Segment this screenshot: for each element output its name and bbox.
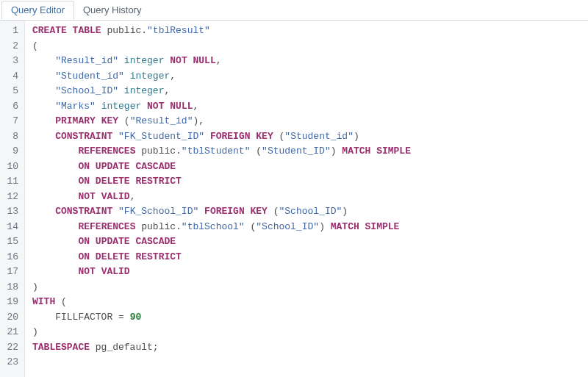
code-token: ,	[130, 191, 136, 202]
code-line[interactable]: )	[32, 280, 411, 295]
line-number: 1	[0, 24, 18, 39]
code-token: NULL	[170, 101, 193, 112]
code-token: RESTRICT	[135, 251, 181, 262]
line-number: 22	[0, 340, 18, 356]
editor-tabs: Query Editor Query History	[0, 0, 588, 21]
code-line[interactable]: "Result_id" integer NOT NULL,	[32, 54, 411, 69]
code-token: (	[245, 221, 257, 232]
code-token: NOT VALID	[78, 266, 129, 277]
code-line[interactable]: NOT VALID	[32, 265, 411, 280]
code-area[interactable]: CREATE TABLE public."tblResult"( "Result…	[25, 21, 411, 377]
code-token	[118, 55, 124, 66]
code-token: ON DELETE	[78, 251, 129, 262]
code-token: FILLFACTOR =	[32, 312, 130, 323]
code-token	[124, 71, 130, 82]
code-token	[32, 191, 78, 202]
code-line[interactable]: WITH (	[32, 295, 411, 310]
code-token: public.	[135, 221, 181, 232]
code-token: )	[32, 326, 38, 337]
line-number: 17	[0, 265, 18, 280]
code-line[interactable]: REFERENCES public."tblStudent" ("Student…	[32, 144, 411, 159]
code-token: )	[32, 281, 38, 292]
code-token: )	[331, 146, 343, 157]
code-token	[32, 266, 78, 277]
tab-query-history[interactable]: Query History	[74, 1, 150, 19]
line-number: 5	[0, 84, 18, 99]
code-token: CASCADE	[135, 236, 176, 247]
code-token: "School_ID"	[55, 85, 118, 96]
code-line[interactable]: ON DELETE RESTRICT	[32, 174, 411, 190]
code-line[interactable]: FILLFACTOR = 90	[32, 310, 411, 326]
code-line[interactable]: )	[32, 325, 411, 340]
code-line[interactable]: ON UPDATE CASCADE	[32, 234, 411, 250]
code-token: NOT	[170, 55, 187, 66]
code-token	[32, 221, 78, 232]
code-token: CONSTRAINT	[55, 131, 112, 142]
code-token	[32, 206, 55, 217]
code-token: ON UPDATE	[78, 161, 129, 172]
line-number: 12	[0, 190, 18, 205]
code-token: "School_ID"	[256, 221, 319, 232]
code-line[interactable]: PRIMARY KEY ("Result_id"),	[32, 114, 411, 129]
code-token	[32, 55, 55, 66]
code-line[interactable]: ON DELETE RESTRICT	[32, 250, 411, 265]
code-line[interactable]: ON UPDATE CASCADE	[32, 159, 411, 175]
code-token: "Student_ID"	[262, 146, 331, 157]
code-token: public.	[101, 25, 147, 36]
code-token: (	[273, 131, 285, 142]
line-number: 15	[0, 234, 18, 250]
code-token	[32, 176, 78, 187]
code-token	[32, 251, 78, 262]
code-line[interactable]: NOT VALID,	[32, 190, 411, 205]
code-token: TABLESPACE	[32, 342, 90, 353]
code-token: integer	[101, 101, 142, 112]
code-token: "Student_id"	[284, 131, 354, 142]
line-number: 10	[0, 159, 18, 175]
code-token: integer	[130, 71, 171, 82]
code-token: MATCH SIMPLE	[331, 221, 400, 232]
code-token: FOREIGN KEY	[204, 206, 268, 217]
code-token: ,	[164, 85, 170, 96]
code-line[interactable]: TABLESPACE pg_default;	[32, 340, 411, 356]
code-token: "tblSchool"	[182, 221, 245, 232]
code-token: "Result_id"	[55, 55, 118, 66]
code-token: ON UPDATE	[78, 236, 129, 247]
code-token	[32, 236, 78, 247]
code-token: (	[250, 146, 262, 157]
code-token: "Marks"	[55, 101, 96, 112]
code-token	[118, 85, 124, 96]
code-token: "tblStudent"	[182, 146, 251, 157]
code-token: ,	[193, 101, 199, 112]
code-line[interactable]: "School_ID" integer,	[32, 84, 411, 99]
code-token: REFERENCES	[78, 146, 135, 157]
code-token	[204, 131, 210, 142]
code-line[interactable]: CONSTRAINT "FK_Student_ID" FOREIGN KEY (…	[32, 129, 411, 145]
code-token	[112, 131, 118, 142]
tab-query-editor[interactable]: Query Editor	[1, 1, 74, 20]
line-number: 7	[0, 114, 18, 129]
code-token: (	[118, 115, 130, 126]
code-line[interactable]: "Marks" integer NOT NULL,	[32, 99, 411, 115]
code-line[interactable]: CONSTRAINT "FK_School_ID" FOREIGN KEY ("…	[32, 204, 411, 220]
code-token	[32, 161, 78, 172]
code-token: public.	[135, 146, 181, 157]
code-line[interactable]: "Student_id" integer,	[32, 69, 411, 85]
code-token: integer	[124, 85, 165, 96]
code-token: integer	[124, 55, 165, 66]
code-line[interactable]: (	[32, 39, 411, 54]
code-token	[198, 206, 204, 217]
code-token: (	[32, 40, 38, 51]
code-token: MATCH SIMPLE	[342, 146, 411, 157]
line-number: 3	[0, 54, 18, 69]
code-line[interactable]	[32, 355, 411, 370]
code-token: )	[354, 131, 359, 142]
code-line[interactable]: REFERENCES public."tblSchool" ("School_I…	[32, 220, 411, 235]
code-token: WITH	[32, 296, 55, 307]
code-token: NOT	[147, 101, 164, 112]
code-token: 90	[130, 312, 142, 323]
code-token: "FK_School_ID"	[118, 206, 198, 217]
code-token: "FK_Student_ID"	[118, 131, 204, 142]
code-line[interactable]: CREATE TABLE public."tblResult"	[32, 24, 411, 39]
line-number: 21	[0, 325, 18, 340]
sql-editor[interactable]: 1234567891011121314151617181920212223 CR…	[0, 21, 588, 377]
